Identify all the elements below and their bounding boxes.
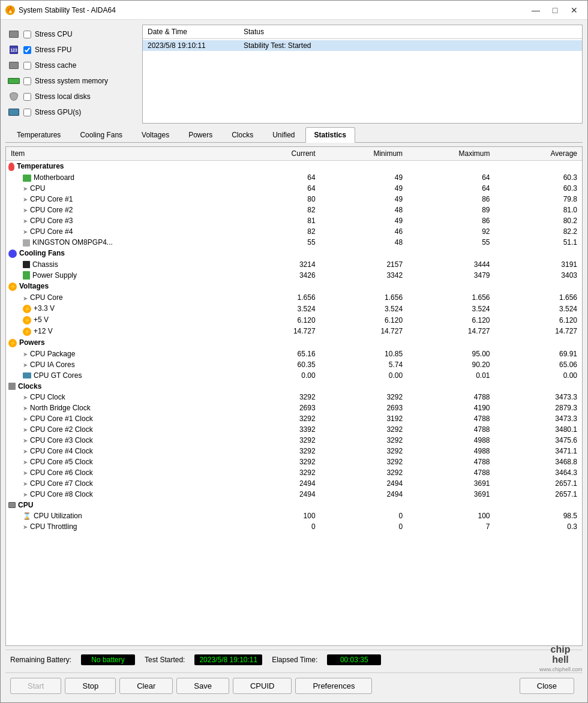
tab-powers[interactable]: Powers	[179, 127, 221, 142]
maximum-cell: 3691	[407, 478, 494, 489]
tab-clocks[interactable]: Clocks	[223, 127, 262, 142]
stress-checkbox-memory[interactable]	[23, 77, 31, 85]
test-started-label: Test Started:	[145, 656, 185, 664]
data-table-wrapper[interactable]: ItemCurrentMinimumMaximumAverage Tempera…	[5, 146, 583, 646]
average-cell: 60.3	[495, 172, 582, 183]
average-cell: 2657.1	[495, 478, 582, 489]
data-row: ➤CPU IA Cores60.355.7490.2065.06	[6, 359, 582, 370]
maximum-cell: 89	[407, 205, 494, 215]
item-cell: Temperatures	[6, 161, 233, 172]
tab-unified[interactable]: Unified	[263, 127, 304, 142]
minimum-cell: 1.656	[320, 292, 407, 303]
average-cell: 2657.1	[495, 489, 582, 500]
stress-item-disk: Stress local disks	[8, 89, 135, 104]
average-cell: 6.120	[495, 314, 582, 326]
stress-checkbox-gpu[interactable]	[23, 109, 31, 116]
current-cell: 0.00	[233, 370, 320, 381]
stress-checkbox-cache[interactable]	[23, 62, 31, 70]
minimum-cell	[320, 248, 407, 259]
maximum-cell: 64	[407, 172, 494, 183]
average-cell: 3.524	[495, 303, 582, 314]
save-button[interactable]: Save	[176, 678, 229, 694]
statistics-table: ItemCurrentMinimumMaximumAverage Tempera…	[6, 147, 582, 532]
stress-item-fpu: 123Stress FPU	[8, 43, 135, 57]
stress-label-cpu: Stress CPU	[35, 30, 73, 38]
stress-icon-cpu	[8, 29, 20, 39]
data-row: ➤North Bridge Clock2693269341902879.3	[6, 402, 582, 413]
maximize-button[interactable]: □	[547, 4, 563, 17]
maximum-cell: 6.120	[407, 314, 494, 326]
average-cell: 3473.3	[495, 392, 582, 402]
maximum-cell: 4190	[407, 402, 494, 413]
tab-statistics[interactable]: Statistics	[305, 127, 355, 143]
item-cell: Motherboard	[6, 172, 233, 183]
average-cell: 1.656	[495, 292, 582, 303]
current-cell	[233, 500, 320, 510]
stress-checkbox-fpu[interactable]	[23, 46, 31, 54]
current-cell: 2494	[233, 478, 320, 489]
item-cell: ➤North Bridge Clock	[6, 402, 233, 413]
current-cell: 3.524	[233, 303, 320, 314]
current-cell	[233, 281, 320, 292]
stress-checkbox-cpu[interactable]	[23, 31, 31, 38]
average-cell	[495, 500, 582, 510]
average-cell	[495, 161, 582, 172]
minimum-cell: 6.120	[320, 314, 407, 326]
minimum-cell: 3292	[320, 446, 407, 456]
minimize-button[interactable]: —	[527, 4, 544, 17]
data-row: Motherboard64496460.3	[6, 172, 582, 183]
minimum-cell: 48	[320, 205, 407, 215]
maximum-cell: 14.727	[407, 326, 494, 337]
average-cell	[495, 281, 582, 292]
current-cell: 14.727	[233, 326, 320, 337]
col-header-item: Item	[6, 147, 233, 161]
stress-checkbox-disk[interactable]	[23, 93, 31, 101]
stress-label-memory: Stress system memory	[35, 77, 108, 85]
minimum-cell: 14.727	[320, 326, 407, 337]
item-cell: ➤CPU Package	[6, 349, 233, 359]
minimum-cell	[320, 381, 407, 392]
section-row: Temperatures	[6, 161, 582, 172]
close-window-button[interactable]: Close	[520, 678, 574, 694]
watermark-url: www.chiphell.com	[539, 666, 581, 672]
close-button[interactable]: ✕	[566, 4, 583, 17]
stress-label-fpu: Stress FPU	[35, 46, 71, 54]
item-cell: ➤CPU Core #6 Clock	[6, 467, 233, 478]
tab-voltages[interactable]: Voltages	[133, 127, 178, 142]
average-cell: 2879.3	[495, 402, 582, 413]
datetime-header: Date & Time	[148, 28, 244, 36]
item-cell: ➤CPU Throttling	[6, 521, 233, 532]
average-cell: 79.8	[495, 194, 582, 205]
average-cell: 51.1	[495, 237, 582, 248]
log-datetime: 2023/5/8 19:10:11	[148, 41, 244, 50]
status-header: Status	[244, 28, 264, 36]
current-cell: 2494	[233, 489, 320, 500]
start-button[interactable]: Start	[10, 678, 61, 694]
average-cell	[495, 337, 582, 349]
minimum-cell: 3292	[320, 435, 407, 446]
window-body: Stress CPU123Stress FPUStress cacheStres…	[1, 20, 587, 703]
stress-item-cache: Stress cache	[8, 58, 135, 73]
cpuid-button[interactable]: CPUID	[233, 678, 292, 694]
current-cell: 3292	[233, 467, 320, 478]
average-cell	[495, 248, 582, 259]
data-row: CPU GT Cores0.000.000.010.00	[6, 370, 582, 381]
col-header-maximum: Maximum	[407, 147, 494, 161]
col-header-average: Average	[495, 147, 582, 161]
stop-button[interactable]: Stop	[65, 678, 116, 694]
data-row: ➤CPU Core #7 Clock2494249436912657.1	[6, 478, 582, 489]
tab-coolingfans[interactable]: Cooling Fans	[71, 127, 131, 142]
clear-button[interactable]: Clear	[119, 678, 173, 694]
stress-icon-cache	[8, 61, 20, 70]
average-cell: 3480.1	[495, 424, 582, 435]
current-cell: 100	[233, 510, 320, 521]
average-cell: 98.5	[495, 510, 582, 521]
item-cell: ➤CPU Core #4	[6, 226, 233, 237]
maximum-cell: 0.01	[407, 370, 494, 381]
col-header-minimum: Minimum	[320, 147, 407, 161]
tab-temperatures[interactable]: Temperatures	[8, 127, 70, 142]
preferences-button[interactable]: Preferences	[295, 678, 372, 694]
current-cell: 3292	[233, 456, 320, 467]
average-cell: 3471.1	[495, 446, 582, 456]
stress-icon-memory	[8, 76, 20, 86]
